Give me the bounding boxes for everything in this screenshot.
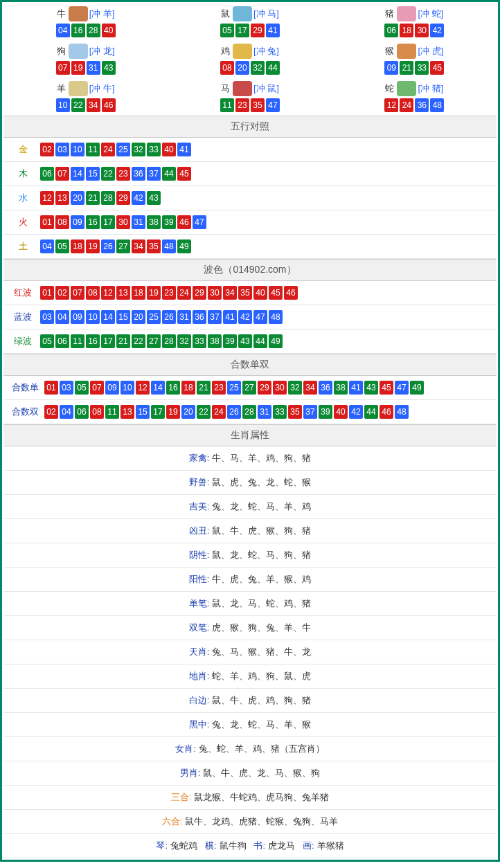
attr-val: 兔、蛇、羊、鸡、猪（五宫肖） [199,743,325,754]
num-ball: 09 [384,61,398,75]
attr-row: 女肖:兔、蛇、羊、鸡、猪（五宫肖） [3,737,497,761]
num-ball: 46 [177,215,191,229]
zodiac-clash: [冲 兔] [253,45,279,57]
attr-row: 六合:鼠牛、龙鸡、虎猪、蛇猴、兔狗、马羊 [3,810,497,834]
num-ball: 46 [102,98,116,112]
num-ball: 01 [40,286,54,300]
num-ball: 24 [101,143,115,156]
footer-key: 书: [253,840,265,851]
attr-row: 家禽:牛、马、羊、鸡、狗、猪 [3,446,497,471]
num-ball: 32 [251,61,265,75]
zodiac-clash: [冲 牛] [89,82,115,95]
zodiac-nums: 04162840 [3,23,168,38]
num-ball: 44 [253,334,267,348]
num-ball: 04 [40,239,54,253]
num-ball: 06 [40,167,54,181]
num-ball: 13 [120,405,134,419]
attr-key: 女肖: [175,743,196,754]
zodiac-label: 马 [冲 鼠] [221,81,279,96]
num-ball: 04 [60,405,73,419]
num-ball: 47 [266,98,280,112]
attr-val: 鼠、牛、虎、猴、狗、猪 [212,525,311,536]
row-content: 05061116172122272832333839434449 [39,334,494,349]
num-ball: 19 [71,61,85,75]
zodiac-label: 鸡 [冲 兔] [221,44,279,59]
num-ball: 43 [238,334,252,348]
num-ball: 07 [90,381,104,395]
data-row: 金 02031011242532334041 [3,138,497,162]
num-ball: 20 [132,310,145,324]
zodiac-icon [233,44,252,59]
attr-val: 兔、龙、蛇、马、羊、猴 [212,719,311,730]
num-ball: 25 [116,143,130,156]
num-ball: 33 [193,334,206,348]
num-ball: 24 [177,286,191,300]
num-ball: 46 [284,286,298,300]
zodiac-cell: 狗 [冲 龙] 07193143 [3,41,168,78]
num-ball: 09 [71,215,84,229]
zodiac-clash: [冲 鼠] [253,82,279,95]
zodiac-nums: 11233547 [168,98,332,113]
num-ball: 08 [86,286,100,300]
num-ball: 25 [147,310,161,324]
num-ball: 04 [56,24,70,37]
num-ball: 12 [136,381,150,395]
attr-val: 鼠、龙、马、蛇、鸡、猪 [212,598,311,608]
attr-val: 虎、猴、狗、兔、羊、牛 [212,622,311,633]
row-label: 土 [6,240,39,253]
zodiac-cell: 羊 [冲 牛] 10223446 [3,78,168,116]
num-ball: 32 [288,381,302,395]
num-ball: 09 [105,381,119,395]
zodiac-label: 牛 [冲 羊] [57,6,115,21]
attr-key: 凶丑: [189,525,210,536]
wuxing-header: 五行对照 [3,116,497,138]
row-label: 水 [6,192,39,204]
row-label: 木 [6,168,39,180]
num-ball: 39 [162,215,176,229]
num-ball: 31 [258,405,271,419]
num-ball: 34 [223,286,237,300]
attr-row: 黑中:兔、龙、蛇、马、羊、猴 [3,713,497,737]
num-ball: 07 [55,167,69,181]
zodiac-icon [69,6,88,21]
footer-val: 虎龙马 [268,840,295,851]
attr-key: 阴性: [189,550,210,560]
num-ball: 26 [162,310,176,324]
num-ball: 27 [147,334,161,348]
zodiac-grid: 牛 [冲 羊] 04162840 鼠 [冲 马] 05172941 猪 [冲 蛇… [3,3,497,116]
zodiac-icon [397,44,416,59]
attr-val: 鼠、龙、蛇、马、狗、猪 [212,550,311,560]
num-ball: 20 [235,61,249,75]
num-ball: 20 [71,191,84,205]
num-ball: 10 [71,143,84,156]
zodiac-name: 牛 [57,8,66,20]
num-ball: 11 [86,143,100,156]
zodiac-nums: 06183042 [332,23,497,38]
num-ball: 12 [384,98,398,112]
num-ball: 22 [197,405,211,419]
attr-val: 鼠、虎、兔、龙、蛇、猴 [212,477,311,487]
attr-val: 牛、马、羊、鸡、狗、猪 [212,453,311,463]
num-ball: 06 [75,405,89,419]
zodiac-label: 鼠 [冲 马] [221,6,279,21]
zodiac-cell: 猴 [冲 虎] 09213345 [332,41,497,78]
num-ball: 19 [86,239,100,253]
num-ball: 40 [253,286,267,300]
attr-key: 单笔: [189,598,210,608]
num-ball: 18 [400,24,413,37]
num-ball: 34 [303,381,317,395]
num-ball: 32 [132,143,145,156]
data-row: 绿波 05061116172122272832333839434449 [3,329,497,354]
num-ball: 49 [269,334,283,348]
attr-row: 地肖:蛇、羊、鸡、狗、鼠、虎 [3,664,497,689]
num-ball: 33 [273,405,287,419]
num-ball: 35 [238,286,252,300]
num-ball: 29 [116,191,130,205]
num-ball: 38 [334,381,348,395]
row-content: 1213202128294243 [39,190,494,206]
attr-val: 牛、虎、兔、羊、猴、鸡 [212,574,311,584]
num-ball: 31 [132,215,145,229]
footer-row: 琴:兔蛇鸡 棋:鼠牛狗 书:虎龙马 画:羊猴猪 [3,834,497,858]
attr-val: 鼠龙猴、牛蛇鸡、虎马狗、兔羊猪 [194,792,329,802]
num-ball: 27 [242,381,256,395]
